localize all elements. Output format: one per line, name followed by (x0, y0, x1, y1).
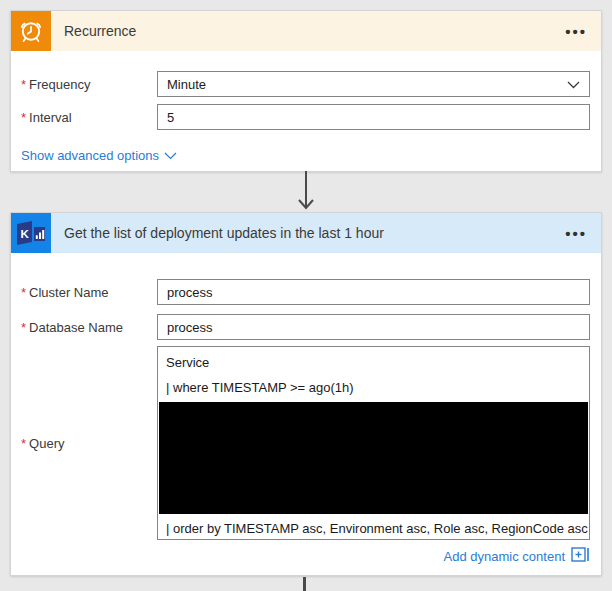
required-asterisk: * (21, 77, 26, 92)
frequency-label: *Frequency (21, 77, 157, 92)
query-line: Service (166, 350, 581, 375)
database-name-input[interactable]: process (157, 314, 590, 340)
cluster-name-input[interactable]: process (157, 279, 590, 305)
add-dynamic-content-link[interactable]: Add dynamic content (21, 547, 590, 566)
recurrence-card-header[interactable]: Recurrence ••• (11, 11, 601, 51)
recurrence-alarm-clock-icon (11, 11, 51, 51)
frequency-field-row: *Frequency Minute (21, 71, 590, 97)
query-line: | where TIMESTAMP >= ago(1h) (166, 375, 581, 400)
database-name-value: process (167, 320, 213, 335)
cluster-name-field-row: *Cluster Name process (21, 279, 590, 305)
kusto-card-body: *Cluster Name process *Database Name pro… (11, 253, 601, 566)
next-step-connector-line (303, 577, 306, 591)
kusto-action-card: K Get the list of deployment updates in … (10, 212, 602, 576)
step-connector-arrow (296, 171, 316, 212)
query-label: *Query (21, 436, 157, 451)
show-advanced-options-link[interactable]: Show advanced options (21, 148, 177, 163)
database-name-label: *Database Name (21, 320, 157, 335)
query-textarea[interactable]: Service | where TIMESTAMP >= ago(1h) | o… (157, 346, 590, 540)
required-asterisk: * (21, 110, 26, 125)
recurrence-card-body: *Frequency Minute *Interval 5 Show advan… (11, 51, 601, 164)
required-asterisk: * (21, 285, 26, 300)
interval-field-row: *Interval 5 (21, 104, 590, 130)
frequency-select[interactable]: Minute (157, 71, 590, 97)
recurrence-card-title: Recurrence (64, 23, 551, 39)
kusto-menu-button[interactable]: ••• (551, 225, 601, 242)
chevron-down-icon (164, 148, 177, 163)
redacted-query-content (159, 402, 588, 514)
kusto-azure-data-explorer-icon: K (11, 213, 51, 253)
recurrence-menu-button[interactable]: ••• (551, 23, 601, 40)
chevron-down-icon (567, 77, 580, 92)
query-field-row: *Query Service | where TIMESTAMP >= ago(… (21, 346, 590, 540)
interval-value: 5 (167, 110, 174, 125)
svg-text:K: K (21, 228, 30, 240)
required-asterisk: * (21, 320, 26, 335)
query-line: | order by TIMESTAMP asc, Environment as… (166, 516, 581, 540)
kusto-card-header[interactable]: K Get the list of deployment updates in … (11, 213, 601, 253)
cluster-name-label: *Cluster Name (21, 285, 157, 300)
interval-input[interactable]: 5 (157, 104, 590, 130)
database-name-field-row: *Database Name process (21, 314, 590, 340)
recurrence-trigger-card: Recurrence ••• *Frequency Minute *Interv… (10, 10, 602, 172)
cluster-name-value: process (167, 285, 213, 300)
frequency-selected-value: Minute (167, 77, 206, 92)
required-asterisk: * (21, 436, 26, 451)
add-dynamic-content-icon (571, 547, 590, 566)
interval-label: *Interval (21, 110, 157, 125)
kusto-card-title: Get the list of deployment updates in th… (64, 225, 551, 241)
